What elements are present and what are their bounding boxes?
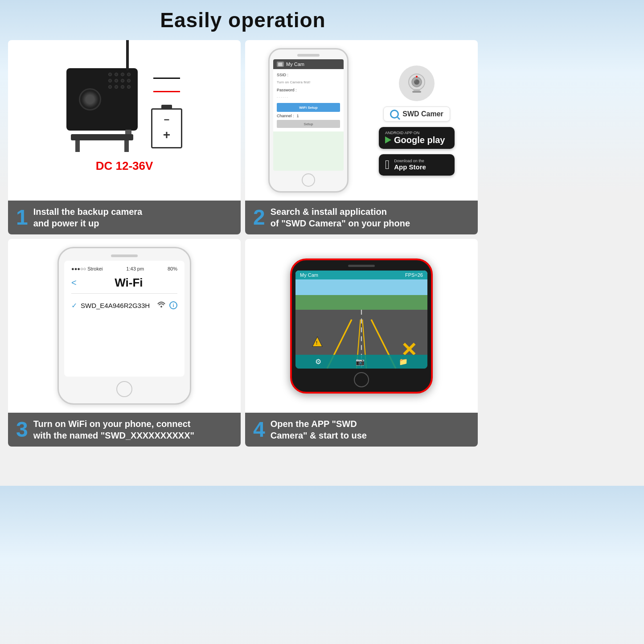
wifi-signal-icon xyxy=(157,301,166,310)
step-4-text: Open the APP "SWDCamera" & start to use xyxy=(271,418,367,441)
led xyxy=(127,73,131,76)
battery-minus-symbol: − xyxy=(164,114,170,126)
google-play-button[interactable]: ANDROID APP ON Google play xyxy=(379,127,455,149)
led xyxy=(127,79,131,82)
svg-point-7 xyxy=(416,76,418,78)
wifi-phone-top xyxy=(64,254,185,257)
svg-rect-12 xyxy=(295,295,427,310)
wifi-time: 1:43 pm xyxy=(126,266,144,271)
app-store-inner:  Download on the App Store xyxy=(379,154,455,176)
step-3-footer: 3 Turn on WiFi on your phone, connectwit… xyxy=(8,413,241,447)
pcv-fps: FPS=26 xyxy=(405,272,423,278)
ssid-label: SSID : xyxy=(277,73,340,77)
camera-mount xyxy=(66,134,138,152)
battery-body: − + xyxy=(151,108,182,148)
play-icon xyxy=(385,136,391,144)
step-2-inner: My Cam SSID : Turn on Camera first! Pass… xyxy=(253,48,470,193)
led xyxy=(108,73,112,76)
wifi-battery: 80% xyxy=(168,266,177,271)
wifi-setup-btn[interactable]: WiFi Setup xyxy=(277,103,340,112)
step-1-text: Install the backup cameraand power it up xyxy=(33,206,143,229)
svg-rect-9 xyxy=(412,91,421,93)
camera-lens xyxy=(79,88,101,111)
steps-grid: − + DC 12-36V 1 Install the backup camer… xyxy=(8,40,478,447)
pcv-home-btn[interactable] xyxy=(354,372,369,387)
step-4-cell: My Cam FPS=26 xyxy=(245,239,478,447)
phone-mockup-2: My Cam SSID : Turn on Camera first! Pass… xyxy=(268,48,349,193)
app-header: My Cam xyxy=(273,59,344,69)
swd-label: SWD Camer xyxy=(402,110,443,118)
pcv-footer: ⚙ 📷 📁 xyxy=(295,355,427,369)
gp-big: Google play xyxy=(385,135,445,145)
led xyxy=(121,79,124,82)
ssid-hint: Turn on Camera first! xyxy=(277,80,310,84)
step-4-number: 4 xyxy=(253,419,265,440)
camera-leds xyxy=(108,73,131,90)
step-2-footer: 2 Search & install applicationof "SWD Ca… xyxy=(245,201,478,234)
wifi-divider xyxy=(71,293,177,294)
phone-screen-2: My Cam SSID : Turn on Camera first! Pass… xyxy=(273,59,344,171)
password-label: Password : xyxy=(277,88,340,92)
apple-icon:  xyxy=(385,158,390,172)
phone-wifi: ●●●○○ Strokei 1:43 pm 80% < Wi-Fi ✓ xyxy=(57,247,191,405)
wire-positive xyxy=(153,91,180,92)
app-form: SSID : Turn on Camera first! Password : … xyxy=(273,69,344,131)
webcam-icon xyxy=(399,66,435,101)
battery-plus-symbol: + xyxy=(163,128,170,142)
led xyxy=(115,79,118,82)
step-3-inner: ●●●○○ Strokei 1:43 pm 80% < Wi-Fi ✓ xyxy=(16,247,233,405)
step-4-footer: 4 Open the APP "SWDCamera" & start to us… xyxy=(245,413,478,447)
page-wrapper: Easily operation xyxy=(0,0,486,455)
phone-speaker-2 xyxy=(297,54,320,57)
step-2-cell: My Cam SSID : Turn on Camera first! Pass… xyxy=(245,40,478,234)
setup-btn[interactable]: Setup xyxy=(277,120,340,128)
led xyxy=(121,85,124,89)
wifi-info-icon[interactable]: i xyxy=(169,301,177,309)
password-dots: · · · · · · xyxy=(277,95,287,99)
wifi-back-button[interactable]: < xyxy=(71,278,77,288)
wifi-screen: ●●●○○ Strokei 1:43 pm 80% < Wi-Fi ✓ xyxy=(64,261,185,377)
phone-camera-view: My Cam FPS=26 xyxy=(290,258,433,394)
as-small: Download on the xyxy=(394,159,426,163)
wifi-phone-speaker xyxy=(111,254,138,257)
wifi-status-bar: ●●●○○ Strokei 1:43 pm 80% xyxy=(71,266,177,271)
antenna xyxy=(126,40,129,70)
step-1-content: − + DC 12-36V xyxy=(8,40,241,201)
pcv-title: My Cam xyxy=(300,272,318,278)
pcv-screen: My Cam FPS=26 xyxy=(295,271,427,369)
step-2-text: Search & install applicationof "SWD Came… xyxy=(271,206,410,229)
camera-body xyxy=(66,68,138,131)
svg-point-10 xyxy=(160,306,162,308)
app-side-panel: SWD Camer ANDROID APP ON Google play xyxy=(379,66,455,176)
led xyxy=(108,79,112,82)
step-4-inner: My Cam FPS=26 xyxy=(253,258,470,394)
step-3-cell: ●●●○○ Strokei 1:43 pm 80% < Wi-Fi ✓ xyxy=(8,239,241,447)
app-cam-icon xyxy=(277,62,284,67)
pcv-header: My Cam FPS=26 xyxy=(295,271,427,279)
settings-icon[interactable]: ⚙ xyxy=(315,357,321,366)
app-store-button[interactable]:  Download on the App Store xyxy=(379,154,455,176)
password-field: Password : · · · · · · xyxy=(277,88,340,100)
swd-badge: SWD Camer xyxy=(383,107,450,122)
voltage-label: DC 12-36V xyxy=(96,159,153,173)
channel-row: Channel : 1 xyxy=(277,114,340,118)
battery-assembly: − + xyxy=(151,105,182,148)
search-icon xyxy=(390,110,399,119)
svg-text:!: ! xyxy=(316,340,318,345)
step-3-content: ●●●○○ Strokei 1:43 pm 80% < Wi-Fi ✓ xyxy=(8,239,241,413)
camera-road-background: ✕ ! ⚙ 📷 📁 xyxy=(295,271,427,369)
wires xyxy=(153,72,180,98)
led xyxy=(115,73,118,76)
wifi-screen-title: Wi-Fi xyxy=(80,276,177,290)
folder-icon[interactable]: 📁 xyxy=(399,357,408,366)
svg-point-6 xyxy=(418,82,418,83)
google-play-inner: ANDROID APP ON Google play xyxy=(379,127,455,149)
step-3-number: 3 xyxy=(16,419,28,440)
phone-home-btn-2[interactable] xyxy=(302,173,315,187)
wifi-network-row[interactable]: ✓ SWD_E4A946R2G33H xyxy=(71,297,177,313)
camera-icon[interactable]: 📷 xyxy=(356,357,365,366)
step-2-content: My Cam SSID : Turn on Camera first! Pass… xyxy=(245,40,478,201)
as-big: App Store xyxy=(394,163,426,171)
wifi-phone-home-btn[interactable] xyxy=(116,381,132,397)
phone-in-hand: My Cam FPS=26 xyxy=(290,258,433,394)
